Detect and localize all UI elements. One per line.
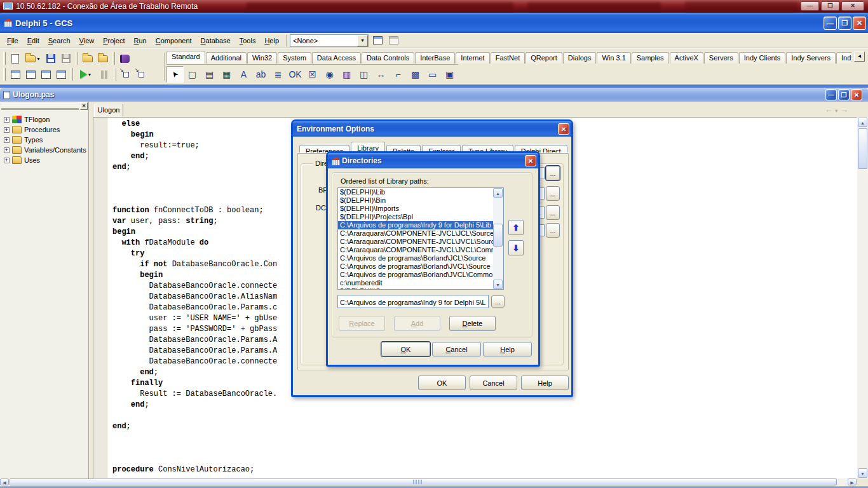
palette-tab[interactable]: InterBase [415,52,455,64]
dcp-browse-button[interactable]: ... [546,205,560,220]
add-to-project-button[interactable] [95,51,111,65]
run-button[interactable]: ▼ [75,67,97,81]
checkbox-icon[interactable]: ☒ [304,66,321,83]
palette-tab[interactable]: Standard [166,51,205,64]
browsing-path-browse-button[interactable]: ... [546,223,560,238]
actionlist-icon[interactable]: ▣ [441,66,458,83]
panel-grip[interactable] [1,104,79,110]
listbox-icon[interactable]: ▥ [338,66,355,83]
palette-tab[interactable]: Samples [632,52,669,64]
path-list-item[interactable]: C:\Arquivos de programas\Borland\JCL\Sou… [338,254,493,262]
menu-item[interactable]: Edit [23,34,44,47]
path-browse-button[interactable]: ... [491,295,505,308]
palette-tab[interactable]: Servers [704,52,738,64]
palette-tab[interactable]: QReport [526,52,562,64]
groupbox-icon[interactable]: ⌐ [390,66,407,83]
path-list-item[interactable]: C:\Araraquara\COMPONENTE-JVCL\JVCL\Commo… [338,246,493,254]
expand-icon[interactable]: + [4,127,10,133]
nav-forward-icon[interactable]: → [840,105,848,114]
palette-tab[interactable]: Data Access [312,52,361,64]
path-list-item[interactable]: C:\Araraquara\COMPONENTE-JVCL\JCL\Source [338,229,493,238]
tree-item[interactable]: + Types [0,135,89,145]
open-project-button[interactable] [80,51,95,65]
popupmenu-icon[interactable]: ▦ [218,66,235,83]
nav-back-icon[interactable]: ← [825,105,833,114]
path-list-item[interactable]: C:\Arquivos de programas\Indy 9 for Delp… [338,221,493,229]
list-action-button[interactable]: Delete [449,316,496,331]
dialog-button[interactable]: Help [483,342,532,356]
view-unit-button[interactable] [8,67,23,81]
dialog-button[interactable]: Cancel [432,342,481,356]
move-up-button[interactable]: ⬆ [508,220,524,235]
radiobutton-icon[interactable]: ◉ [321,66,338,83]
path-list-item[interactable]: $(DELPHI)\Bin [338,196,493,205]
palette-tab-scroll-button[interactable]: ◄ [854,51,865,62]
save-all-button[interactable] [58,51,74,65]
menu-item[interactable]: Component [151,34,196,47]
menu-item[interactable]: Database [196,34,235,47]
vertical-scrollbar[interactable]: ▲ ▼ [857,117,868,478]
library-paths-listbox[interactable]: $(DELPHI)\Lib$(DELPHI)\Bin$(DELPHI)\Impo… [337,187,504,290]
chevron-down-icon[interactable]: ▼ [357,35,368,46]
menu-item[interactable]: File [3,34,23,47]
rdp-restore-button[interactable]: ❐ [821,1,839,11]
palette-tab[interactable]: Indy Servers [786,52,836,64]
radiogroup-icon[interactable]: ▩ [407,66,424,83]
menu-item[interactable]: Help [260,34,283,47]
label-icon[interactable]: A [235,66,252,83]
palette-tab[interactable]: Data Controls [362,52,414,64]
new-file-button[interactable] [8,51,23,65]
palette-tab[interactable]: System [278,52,311,64]
path-list-item[interactable]: $(DELPHI)\Source [338,287,493,290]
minimize-button[interactable]: — [824,17,837,30]
list-action-button[interactable]: Replace [339,316,385,331]
editor-minimize-button[interactable]: — [825,89,837,100]
save-file-button[interactable] [43,51,58,65]
palette-tab[interactable]: Indy Intercepts [836,52,851,64]
mainmenu-icon[interactable]: ▤ [201,66,218,83]
frames-icon[interactable]: ▢ [184,66,201,83]
path-list-item[interactable]: $(DELPHI)\Projects\Bpl [338,213,493,221]
env-dialog-button[interactable]: OK [418,376,466,390]
rdp-close-button[interactable]: ✕ [841,1,864,11]
palette-tab[interactable]: Win 3.1 [597,52,630,64]
tree-item[interactable]: + TFlogon [0,114,89,125]
expand-icon[interactable]: + [4,137,10,143]
edit-icon[interactable]: ab [252,66,269,83]
bpl-browse-button[interactable]: ... [546,186,560,201]
cursor-icon[interactable]: ➤ [166,66,184,83]
button-icon[interactable]: OK [287,66,304,83]
panel-close-icon[interactable]: ✕ [80,102,88,110]
view-form-button[interactable] [23,67,38,81]
step-over-button[interactable] [133,67,149,81]
horizontal-scrollbar[interactable]: ◀ ▶ [0,478,857,486]
toggle-form-unit-button[interactable] [38,67,53,81]
tree-item[interactable]: + Procedures [0,125,89,135]
tab-ulogon[interactable]: Ulogon [94,104,123,117]
palette-tab[interactable]: Additional [206,52,247,64]
env-close-button[interactable]: ✕ [558,123,569,135]
path-list-item[interactable]: $(DELPHI)\Imports [338,205,493,213]
help-button[interactable] [117,51,132,65]
tree-item[interactable]: + Uses [0,155,89,165]
tree-item[interactable]: + Variables/Constants [0,145,89,155]
path-list-item[interactable]: c:\numberedit [338,279,493,287]
path-list-item[interactable]: $(DELPHI)\Lib [338,188,493,196]
path-list-item[interactable]: C:\Araraquara\COMPONENTE-JVCL\JVCL\Sourc… [338,238,493,246]
palette-tab[interactable]: Dialogs [563,52,597,64]
panel-icon[interactable]: ▭ [424,66,441,83]
desktop-layout-combobox[interactable]: <None> ▼ [290,34,369,47]
editor-close-button[interactable]: ✕ [851,89,862,100]
palette-tab[interactable]: Indy Clients [739,52,785,64]
expand-icon[interactable]: + [4,117,10,123]
memo-icon[interactable]: ≣ [269,66,287,83]
library-path-browse-button[interactable]: ... [546,166,560,180]
rdp-minimize-button[interactable]: — [801,1,819,11]
nav-dropdown-icon[interactable]: ▾ [835,108,837,114]
save-desktop-button[interactable] [370,34,384,47]
pause-button[interactable] [97,67,112,81]
list-scrollbar[interactable]: ▲ ▼ [493,188,503,289]
path-list-item[interactable]: C:\Arquivos de programas\Borland\JVCL\Co… [338,271,493,279]
scrollbar-icon[interactable]: ↔ [372,66,390,83]
env-dialog-button[interactable]: Help [521,376,569,390]
